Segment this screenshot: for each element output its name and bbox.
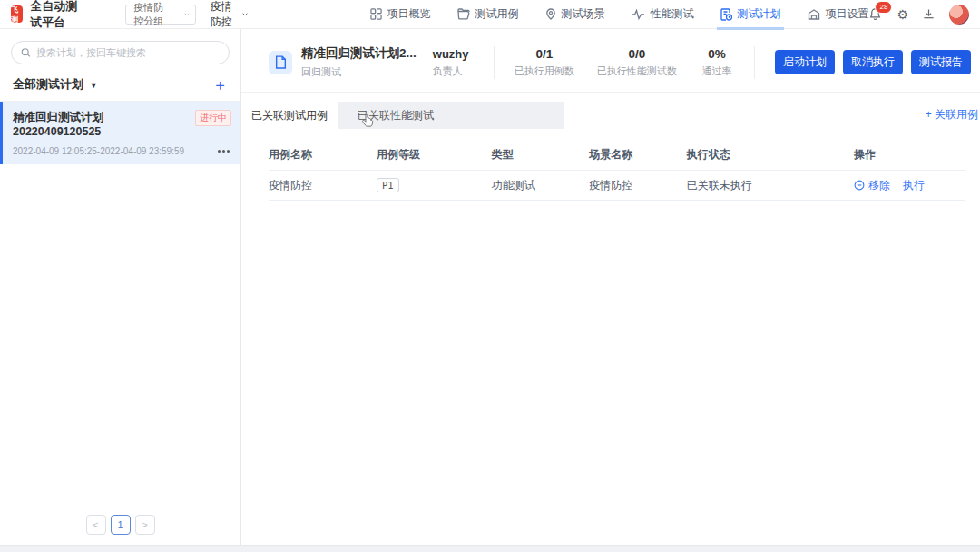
stat-pass-rate-label: 通过率 bbox=[689, 64, 745, 78]
plan-filter-label: 全部测试计划 bbox=[13, 77, 83, 91]
col-scene-name: 场景名称 bbox=[589, 147, 687, 163]
nav-item-test-scenes[interactable]: 测试场景 bbox=[545, 0, 604, 28]
download-icon[interactable] bbox=[923, 8, 935, 20]
folder-icon bbox=[457, 8, 470, 20]
user-avatar[interactable] bbox=[949, 5, 969, 25]
tab-bar: 已关联测试用例 已关联性能测试 + 关联用例 bbox=[241, 102, 980, 129]
nav-label: 测试用例 bbox=[475, 6, 518, 22]
group-select[interactable]: 疫情防控分组 bbox=[125, 5, 196, 25]
start-plan-button[interactable]: 启动计划 bbox=[775, 50, 835, 74]
chevron-down-icon bbox=[242, 12, 248, 17]
project-select-value: 疫情防控 bbox=[211, 0, 240, 30]
cell-exec-status: 已关联未执行 bbox=[687, 178, 854, 193]
building-icon bbox=[808, 8, 820, 20]
nav-item-test-plans[interactable]: 测试计划 bbox=[720, 0, 780, 28]
minus-circle-icon bbox=[854, 180, 865, 191]
page-1-button[interactable]: 1 bbox=[111, 515, 131, 535]
plan-list-item[interactable]: 精准回归测试计划20220409120525 进行中 2022-04-09 12… bbox=[0, 102, 240, 164]
table-header-row: 用例名称 用例等级 类型 场景名称 执行状态 操作 bbox=[269, 139, 965, 171]
divider bbox=[754, 46, 755, 79]
plan-owner-label: 负责人 bbox=[433, 64, 485, 78]
nav-item-test-cases[interactable]: 测试用例 bbox=[457, 0, 518, 28]
nav-label: 项目概览 bbox=[387, 6, 430, 22]
plan-search-input[interactable] bbox=[36, 47, 220, 58]
col-exec-status: 执行状态 bbox=[687, 147, 854, 163]
main-content: 精准回归测试计划2... 回归测试 wuzhy 负责人 0/1 已执行用例数 0… bbox=[241, 29, 980, 545]
remove-case-button[interactable]: 移除 bbox=[854, 178, 890, 193]
test-report-button[interactable]: 测试报告 bbox=[911, 50, 971, 74]
app-logo-icon: 飞测 bbox=[11, 5, 23, 23]
cases-table: 用例名称 用例等级 类型 场景名称 执行状态 操作 疫情防控 P1 功能测试 疫… bbox=[241, 139, 980, 201]
top-bar: 飞测 全自动测试平台 疫情防控分组 疫情防控 项目概览 测试用例 测试场景 性能… bbox=[0, 0, 980, 29]
next-page-button[interactable]: > bbox=[135, 515, 155, 535]
grid-icon bbox=[370, 8, 382, 20]
nav-label: 项目设置 bbox=[825, 6, 868, 22]
settings-gear-icon[interactable]: ⚙ bbox=[897, 8, 908, 21]
notification-badge: 28 bbox=[875, 1, 892, 14]
plan-filter-row: 全部测试计划 ▼ ＋ bbox=[13, 76, 228, 93]
level-tag: P1 bbox=[377, 178, 399, 192]
tab-associated-performance-tests[interactable]: 已关联性能测试 bbox=[338, 102, 454, 129]
cell-actions: 移除 执行 bbox=[854, 178, 965, 193]
plan-item-name: 精准回归测试计划20220409120525 bbox=[13, 110, 181, 140]
pagination: < 1 > bbox=[0, 515, 240, 535]
execute-case-button[interactable]: 执行 bbox=[903, 178, 925, 193]
plan-search-box bbox=[11, 41, 230, 64]
nav-item-project-overview[interactable]: 项目概览 bbox=[370, 0, 430, 28]
nav-label: 测试计划 bbox=[737, 6, 780, 22]
plan-type: 回归测试 bbox=[301, 65, 416, 79]
plan-icon bbox=[720, 8, 732, 21]
more-actions-icon[interactable] bbox=[216, 148, 231, 154]
caret-down-icon: ▼ bbox=[90, 81, 98, 90]
table-row: 疫情防控 P1 功能测试 疫情防控 已关联未执行 移除 执行 bbox=[269, 171, 965, 201]
plan-detail-header: 精准回归测试计划2... 回归测试 wuzhy 负责人 0/1 已执行用例数 0… bbox=[241, 41, 980, 93]
group-select-value: 疫情防控分组 bbox=[133, 1, 172, 28]
document-icon bbox=[269, 51, 292, 74]
cell-scene-name: 疫情防控 bbox=[589, 178, 687, 193]
plan-item-dates: 2022-04-09 12:05:25-2022-04-09 23:59:59 bbox=[13, 146, 184, 156]
cancel-execution-button[interactable]: 取消执行 bbox=[843, 50, 903, 74]
cell-type: 功能测试 bbox=[492, 178, 590, 193]
prev-page-button[interactable]: < bbox=[86, 515, 106, 535]
remove-label: 移除 bbox=[868, 178, 890, 193]
divider bbox=[494, 46, 495, 79]
col-actions: 操作 bbox=[854, 147, 965, 163]
plan-status-badge: 进行中 bbox=[195, 110, 231, 126]
col-case-name: 用例名称 bbox=[269, 147, 377, 163]
nav-label: 性能测试 bbox=[650, 6, 693, 22]
stat-executed-perf-value: 0/0 bbox=[585, 47, 689, 61]
tab-associated-test-cases[interactable]: 已关联测试用例 bbox=[241, 102, 338, 129]
associate-case-link[interactable]: + 关联用例 bbox=[926, 107, 978, 123]
notifications-button[interactable]: 28 bbox=[868, 7, 882, 21]
main-nav: 项目概览 测试用例 测试场景 性能测试 测试计划 项目设置 bbox=[370, 0, 868, 28]
app-title: 全自动测试平台 bbox=[30, 0, 87, 31]
search-icon bbox=[21, 47, 31, 58]
chevron-down-icon bbox=[184, 12, 190, 17]
nav-item-performance-test[interactable]: 性能测试 bbox=[632, 0, 693, 28]
stat-executed-cases-label: 已执行用例数 bbox=[504, 64, 585, 78]
plan-owner: wuzhy bbox=[433, 47, 485, 61]
stat-pass-rate-value: 0% bbox=[689, 47, 745, 61]
cell-case-level: P1 bbox=[377, 178, 492, 192]
cell-case-name: 疫情防控 bbox=[269, 178, 377, 193]
stat-executed-cases-value: 0/1 bbox=[504, 47, 585, 61]
stat-executed-perf-label: 已执行性能测试数 bbox=[585, 64, 689, 78]
add-plan-button[interactable]: ＋ bbox=[212, 77, 228, 93]
nav-label: 测试场景 bbox=[561, 6, 604, 22]
project-select[interactable]: 疫情防控 bbox=[211, 0, 249, 30]
location-icon bbox=[545, 8, 556, 21]
plans-sidebar: 全部测试计划 ▼ ＋ 精准回归测试计划20220409120525 进行中 20… bbox=[0, 29, 241, 545]
plan-title: 精准回归测试计划2... bbox=[301, 45, 416, 62]
col-case-level: 用例等级 bbox=[377, 147, 492, 163]
bottom-strip bbox=[0, 545, 980, 552]
pulse-icon bbox=[632, 9, 645, 20]
nav-item-project-settings[interactable]: 项目设置 bbox=[808, 0, 868, 28]
col-type: 类型 bbox=[492, 147, 590, 163]
plan-filter-dropdown[interactable]: 全部测试计划 ▼ bbox=[13, 76, 98, 93]
top-right-actions: 28 ⚙ bbox=[868, 5, 969, 25]
